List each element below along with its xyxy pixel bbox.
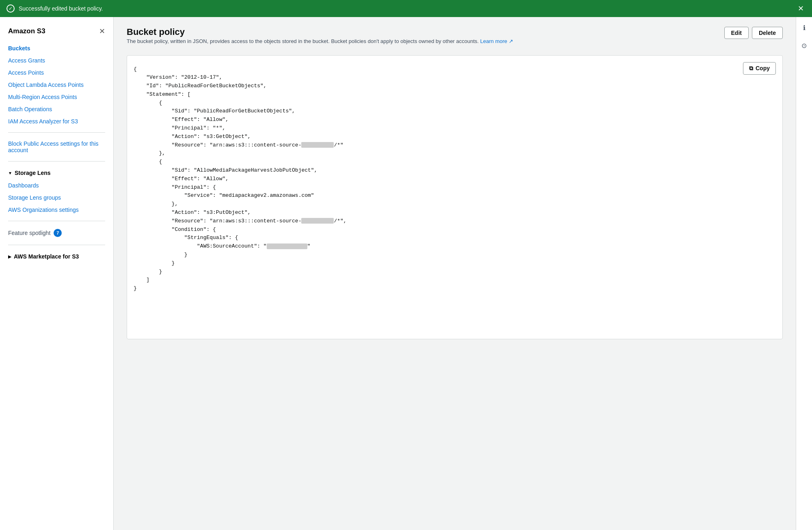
notification-bar: Successfully edited bucket policy. ✕ [0, 0, 812, 17]
sidebar-divider-3 [8, 221, 105, 221]
copy-icon: ⧉ [749, 65, 753, 72]
sidebar-divider-2 [8, 161, 105, 162]
sidebar-item-block-public-access[interactable]: Block Public Access settings for this ac… [0, 138, 113, 156]
clock-icon-button[interactable]: ⊙ [799, 40, 810, 51]
sidebar-aws-marketplace-header[interactable]: ▶ AWS Marketplace for S3 [0, 250, 113, 263]
sidebar-title: Amazon S3 ✕ [0, 24, 113, 42]
sidebar-item-access-points[interactable]: Access Points [0, 67, 113, 79]
clock-icon: ⊙ [801, 42, 807, 50]
feature-spotlight-label: Feature spotlight [8, 230, 50, 236]
sidebar-item-aws-org-settings[interactable]: AWS Organizations settings [0, 204, 113, 216]
sidebar-item-access-grants[interactable]: Access Grants [0, 54, 113, 67]
edit-button[interactable]: Edit [724, 27, 749, 39]
main-layout: Amazon S3 ✕ Buckets Access Grants Access… [0, 17, 812, 530]
sidebar-item-buckets[interactable]: Buckets [0, 42, 113, 54]
sidebar: Amazon S3 ✕ Buckets Access Grants Access… [0, 17, 114, 530]
storage-lens-label: Storage Lens [15, 170, 51, 176]
sidebar-item-iam-access-analyzer[interactable]: IAM Access Analyzer for S3 [0, 115, 113, 127]
aws-marketplace-label: AWS Marketplace for S3 [14, 253, 79, 260]
sidebar-close-button[interactable]: ✕ [99, 27, 105, 36]
bucket-policy-actions: Edit Delete [724, 27, 783, 39]
sidebar-item-dashboards[interactable]: Dashboards [0, 179, 113, 192]
sidebar-divider-1 [8, 132, 105, 133]
policy-code-block: { "Version": "2012-10-17", "Id": "Public… [134, 62, 776, 297]
sidebar-item-storage-lens-groups[interactable]: Storage Lens groups [0, 192, 113, 204]
bucket-policy-description: The bucket policy, written in JSON, prov… [127, 37, 513, 45]
feature-spotlight-row: Feature spotlight 7 [0, 226, 113, 240]
info-icon-button[interactable]: ℹ [799, 22, 810, 33]
redacted-resource-1 [301, 142, 334, 148]
copy-button-wrapper: ⧉ Copy [743, 62, 776, 75]
section-title-block: Bucket policy The bucket policy, written… [127, 27, 513, 52]
bucket-policy-title: Bucket policy [127, 27, 513, 37]
external-link-icon: ↗ [509, 38, 513, 44]
policy-container: ⧉ Copy { "Version": "2012-10-17", "Id": … [127, 55, 783, 339]
success-icon [6, 4, 15, 13]
sidebar-item-multi-region[interactable]: Multi-Region Access Points [0, 91, 113, 103]
feature-spotlight-badge: 7 [54, 229, 62, 237]
delete-button[interactable]: Delete [752, 27, 783, 39]
chevron-down-icon: ▼ [8, 171, 12, 175]
info-icon: ℹ [803, 24, 806, 32]
redacted-source-account [267, 243, 307, 249]
sidebar-divider-4 [8, 245, 105, 245]
sidebar-storage-lens-header[interactable]: ▼ Storage Lens [0, 166, 113, 179]
copy-label: Copy [756, 65, 770, 71]
sidebar-item-object-lambda[interactable]: Object Lambda Access Points [0, 79, 113, 91]
learn-more-link[interactable]: Learn more ↗ [480, 38, 513, 44]
notification-message: Successfully edited bucket policy. [19, 5, 796, 12]
redacted-resource-2 [301, 218, 334, 224]
app-title: Amazon S3 [8, 27, 45, 35]
right-icons-panel: ℹ ⊙ [796, 17, 812, 530]
sidebar-item-batch-operations[interactable]: Batch Operations [0, 103, 113, 115]
copy-button[interactable]: ⧉ Copy [743, 62, 776, 75]
notification-close-button[interactable]: ✕ [796, 4, 806, 13]
bucket-policy-header: Bucket policy The bucket policy, written… [127, 27, 783, 52]
main-content: Bucket policy The bucket policy, written… [114, 17, 796, 530]
chevron-right-icon: ▶ [8, 254, 11, 259]
